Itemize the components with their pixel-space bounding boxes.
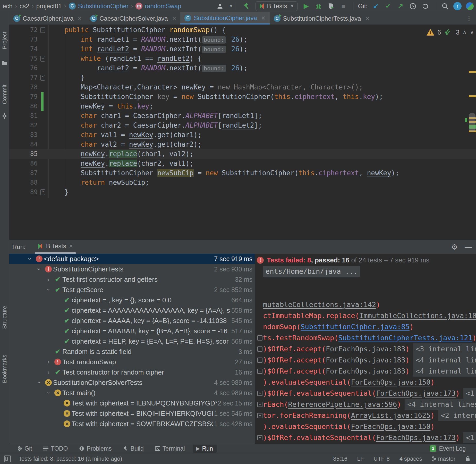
test-tree-row[interactable]: ✔ciphertext = AAAAAAAAAAAAAAAAA, key = {… bbox=[9, 305, 255, 316]
breadcrumb-item[interactable]: cs2 bbox=[19, 3, 30, 10]
toolbar-item-todo[interactable]: TODO bbox=[40, 445, 71, 453]
close-icon[interactable]: ✕ bbox=[365, 15, 370, 22]
prev-problem-icon[interactable]: ∧ bbox=[463, 29, 467, 36]
code-editor[interactable]: 72− public SubstitutionCipher randomSwap… bbox=[9, 25, 476, 240]
build-hammer-icon[interactable] bbox=[242, 2, 251, 11]
line-separator[interactable]: LF bbox=[357, 455, 364, 462]
test-tree-row[interactable]: ›✕SubstitutionCipherSolverTests4 sec 989… bbox=[9, 377, 255, 388]
search-everywhere-icon[interactable] bbox=[441, 2, 449, 11]
fold-collapse-icon[interactable]: − bbox=[40, 27, 45, 33]
minimize-icon[interactable]: — bbox=[465, 243, 472, 251]
tab-options-kebab-icon[interactable]: ⋮ bbox=[466, 12, 476, 24]
editor-scrollbar-thumb[interactable] bbox=[469, 113, 475, 132]
tab-caesarciphersolver[interactable]: C CaesarCipherSolver.java ✕ bbox=[86, 12, 180, 24]
run-config-selector[interactable]: B Tests ▼ bbox=[256, 1, 298, 11]
test-tree-row[interactable]: ›✔Test getScore2 sec 852 ms bbox=[9, 285, 255, 295]
ide-update-icon[interactable]: ↑ bbox=[453, 2, 462, 11]
user-icon[interactable] bbox=[216, 2, 224, 11]
stack-trace-link[interactable]: ReferencePipeline.java:596 bbox=[288, 399, 397, 410]
tab-caesarcipher[interactable]: C CaesarCipher.java ✕ bbox=[9, 12, 86, 24]
code-line[interactable]: 80 newKey = this.key; bbox=[9, 102, 476, 111]
debug-button[interactable] bbox=[314, 2, 323, 11]
stack-trace-link[interactable]: mutableCollections.java:142 bbox=[263, 299, 376, 310]
code-line[interactable]: 89^ } bbox=[9, 187, 476, 197]
folded-lines-note[interactable]: <2 internal lines> bbox=[438, 410, 476, 421]
stack-trace-link[interactable]: ForEachOps.java:173 bbox=[376, 388, 456, 399]
code-line[interactable]: 86 newKey.replace(char2, val1); bbox=[9, 159, 476, 168]
test-tree-row[interactable]: ✔ciphertext = HELP, key = {E=A, L=F, P=E… bbox=[9, 336, 255, 346]
layout-icon[interactable] bbox=[4, 455, 11, 462]
folded-lines-note[interactable]: <1 internal line> bbox=[463, 432, 476, 443]
folded-lines-note[interactable]: <3 internal lines> bbox=[413, 343, 476, 354]
tool-window-project[interactable]: Project bbox=[0, 22, 9, 65]
test-tree-row[interactable]: ✕Test with ciphertext = BIKQIHIEHYIERKQI… bbox=[9, 408, 255, 419]
code-line[interactable]: 81 char char1 = CaesarCipher.ALPHABET[ra… bbox=[9, 111, 476, 121]
test-tree-row[interactable]: ›!SubstitutionCipherTests2 sec 930 ms bbox=[9, 264, 255, 274]
user-dropdown-icon[interactable]: ▼ bbox=[229, 4, 233, 8]
tree-chevron-icon[interactable]: › bbox=[44, 276, 53, 283]
tab-substitutioncipher[interactable]: C SubstitutionCipher.java ✕ bbox=[180, 12, 269, 24]
indent-setting[interactable]: 4 spaces bbox=[400, 455, 422, 462]
tree-chevron-icon[interactable]: › bbox=[26, 254, 33, 263]
tool-window-structure[interactable]: Structure bbox=[0, 293, 9, 345]
stack-trace-link[interactable]: ForEachOps.java:183 bbox=[326, 354, 405, 366]
rollback-icon[interactable] bbox=[421, 2, 430, 11]
toolbar-item-git[interactable]: Git bbox=[14, 445, 36, 453]
code-line[interactable]: 73 int randLet1 = RANDOM.nextInt(bound: … bbox=[9, 35, 476, 44]
caret-position[interactable]: 85:16 bbox=[333, 455, 347, 462]
folded-lines-note[interactable]: <1 internal line> bbox=[463, 388, 476, 399]
coverage-button[interactable] bbox=[327, 2, 335, 11]
test-tree-row[interactable]: ✕Test with ciphertext = SOWFBRKAWFCZFSBS… bbox=[9, 419, 255, 429]
breadcrumb-item[interactable]: project01 bbox=[36, 3, 62, 10]
git-branch-widget[interactable]: master bbox=[432, 455, 455, 462]
folded-lines-note[interactable]: <4 internal lines> bbox=[405, 399, 476, 410]
test-tree-row[interactable]: ✔ciphertext = AAAAA, key = {A=B}, score … bbox=[9, 316, 255, 326]
stack-trace-link[interactable]: SubstitutionCipherTests.java:121 bbox=[338, 332, 472, 343]
fold-collapse-icon[interactable]: − bbox=[40, 56, 45, 62]
close-icon[interactable]: ✕ bbox=[69, 243, 73, 249]
breadcrumb-item-class[interactable]: SubstitutionCipher bbox=[78, 3, 129, 10]
folded-lines-note[interactable]: <4 internal lines> bbox=[413, 354, 476, 366]
toolbar-item-problems[interactable]: Problems bbox=[75, 445, 115, 453]
fold-end-icon[interactable]: ^ bbox=[40, 189, 45, 195]
stack-trace-link[interactable]: SubstitutionCipher.java:85 bbox=[301, 321, 410, 332]
tool-window-commit[interactable]: Commit bbox=[0, 77, 9, 121]
fold-expand-icon[interactable]: + bbox=[257, 369, 262, 374]
close-icon[interactable]: ✕ bbox=[172, 15, 176, 22]
vcs-change-bar[interactable] bbox=[41, 102, 44, 111]
code-line[interactable]: 72− public SubstitutionCipher randomSwap… bbox=[9, 25, 476, 35]
tool-window-bookmarks[interactable]: Bookmarks bbox=[0, 342, 9, 399]
inspection-widget[interactable]: ! 6 ✓✓ 3 ∧ ∨ bbox=[427, 28, 474, 36]
fold-expand-icon[interactable]: + bbox=[257, 335, 262, 341]
git-update-icon[interactable]: ↙ bbox=[371, 2, 380, 11]
folded-lines-note[interactable]: <4 internal lines> bbox=[413, 366, 476, 377]
fold-expand-icon[interactable]: + bbox=[257, 391, 262, 396]
run-tab-btests[interactable]: B Tests ✕ bbox=[35, 240, 76, 254]
lock-icon[interactable] bbox=[465, 456, 470, 462]
code-line[interactable]: 82 char char2 = CaesarCipher.ALPHABET[ra… bbox=[9, 121, 476, 130]
tree-chevron-icon[interactable]: › bbox=[36, 264, 43, 274]
code-line[interactable]: 84 char val2 = newKey.get(char2); bbox=[9, 140, 476, 149]
close-icon[interactable]: ✕ bbox=[78, 15, 82, 22]
stack-trace-link[interactable]: ArrayList.java:1625 bbox=[351, 410, 430, 421]
test-tree-row[interactable]: ✕Test with ciphertext = ILBNUPQCNYBNBGIY… bbox=[9, 398, 255, 408]
test-tree-row[interactable]: ✔Random is a static field3 ms bbox=[9, 346, 255, 357]
tree-chevron-icon[interactable]: › bbox=[36, 378, 43, 387]
tree-chevron-icon[interactable]: › bbox=[45, 388, 52, 397]
close-icon[interactable]: ✕ bbox=[261, 15, 266, 21]
gear-icon[interactable]: ⚙ bbox=[451, 242, 458, 251]
run-button[interactable]: ▶ bbox=[302, 2, 311, 11]
stack-trace-link[interactable]: ForEachOps.java:183 bbox=[326, 343, 405, 354]
toolbar-item-terminal[interactable]: Terminal bbox=[151, 445, 189, 453]
code-line[interactable]: 83 char val1 = newKey.get(char1); bbox=[9, 130, 476, 140]
next-problem-icon[interactable]: ∨ bbox=[470, 29, 474, 36]
code-line[interactable]: 85 newKey.replace(char1, val2); bbox=[9, 149, 476, 159]
stripe-warning-mark[interactable] bbox=[469, 95, 476, 97]
stripe-change-mark[interactable] bbox=[465, 118, 467, 122]
test-tree-row[interactable]: ›!<default package>7 sec 919 ms bbox=[9, 254, 255, 264]
stripe-warning-mark[interactable] bbox=[469, 71, 476, 73]
tab-substitutionciphertests[interactable]: C SubstitutionCipherTests.java ✕ bbox=[270, 12, 374, 24]
test-tree-row[interactable]: ✔ciphertext = , key = {}, score = 0.0664… bbox=[9, 295, 255, 305]
stack-trace-link[interactable]: ForEachOps.java:183 bbox=[326, 366, 405, 377]
test-tree-row[interactable]: ›✔Test constructor for random cipher16 m… bbox=[9, 367, 255, 377]
